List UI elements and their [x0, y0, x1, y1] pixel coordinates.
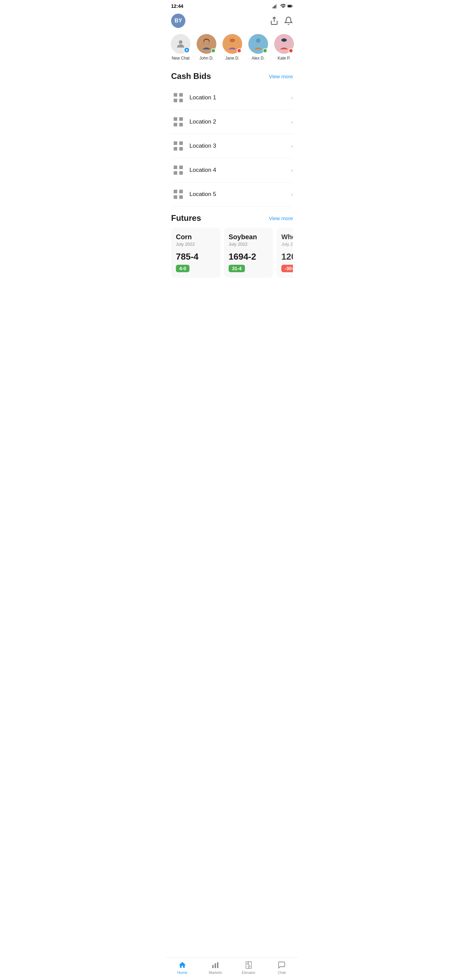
contact-john[interactable]: John D. — [194, 34, 219, 60]
new-chat-label: New Chat — [172, 56, 190, 60]
svg-rect-25 — [179, 118, 183, 121]
john-status-dot — [211, 48, 216, 53]
john-label: John D. — [199, 56, 213, 60]
kate-status-dot — [288, 48, 293, 53]
svg-rect-26 — [174, 123, 178, 127]
nav-markets-label: Markets — [209, 970, 222, 975]
location-4-item[interactable]: Location 4 › — [171, 158, 293, 182]
svg-point-12 — [204, 40, 209, 45]
futures-card-wheat[interactable]: Whea... July 2022... 1200- -30-6 — [276, 228, 293, 278]
kate-label: Kate P. — [278, 56, 291, 60]
corn-price: 785-4 — [176, 251, 216, 262]
svg-rect-29 — [179, 142, 183, 145]
markets-icon — [211, 961, 220, 969]
soybean-change-badge: 31-4 — [229, 265, 245, 272]
wheat-commodity: Whea... — [281, 233, 293, 241]
wheat-price: 1200- — [281, 251, 293, 262]
plus-icon: + — [184, 47, 190, 53]
futures-title: Futures — [171, 213, 201, 223]
svg-rect-42 — [217, 962, 218, 968]
location-2-item[interactable]: Location 2 › — [171, 110, 293, 134]
header: BY — [166, 11, 298, 31]
svg-rect-30 — [174, 147, 178, 151]
nav-markets[interactable]: Markets — [205, 961, 226, 975]
header-icons — [270, 16, 293, 25]
contact-kate[interactable]: Kate P. — [271, 34, 297, 60]
svg-rect-31 — [179, 147, 183, 151]
svg-rect-27 — [179, 123, 183, 127]
alex-status-dot — [262, 48, 267, 53]
contact-alex[interactable]: Alex D. — [245, 34, 271, 60]
svg-rect-35 — [179, 171, 183, 175]
cash-bids-view-more[interactable]: View more — [269, 73, 293, 79]
location-1-item[interactable]: Location 1 › — [171, 86, 293, 110]
soybean-price: 1694-2 — [229, 251, 269, 262]
cash-bids-title: Cash Bids — [171, 72, 211, 81]
nav-elevator[interactable]: Elevator — [238, 961, 259, 975]
contact-new-chat[interactable]: + New Chat — [168, 34, 194, 60]
building-icon-1 — [171, 91, 185, 105]
chevron-right-icon-4: › — [291, 167, 293, 174]
location-5-name: Location 5 — [189, 191, 216, 198]
futures-card-corn[interactable]: Corn July 2022 785-4 4-0 — [171, 228, 221, 278]
location-2-name: Location 2 — [189, 118, 216, 125]
nav-home-label: Home — [177, 970, 187, 975]
svg-rect-5 — [288, 5, 291, 7]
nav-chat-label: Chat — [278, 970, 286, 975]
nav-elevator-label: Elevator — [242, 970, 256, 975]
wheat-month: July 2022... — [281, 242, 293, 247]
contacts-row: + New Chat John D. — [166, 31, 298, 66]
svg-rect-38 — [174, 195, 178, 199]
location-4-name: Location 4 — [189, 167, 216, 173]
nav-home[interactable]: Home — [172, 961, 193, 975]
svg-rect-39 — [179, 195, 183, 199]
jane-label: Jane D. — [225, 56, 239, 60]
svg-point-7 — [179, 40, 183, 44]
alex-label: Alex D. — [252, 56, 265, 60]
svg-rect-41 — [215, 963, 216, 968]
location-5-item[interactable]: Location 5 › — [171, 182, 293, 207]
svg-rect-3 — [276, 4, 277, 8]
user-avatar[interactable]: BY — [171, 14, 185, 28]
building-icon-4 — [171, 163, 185, 177]
svg-rect-2 — [275, 5, 275, 8]
cash-bids-header: Cash Bids View more — [171, 72, 293, 81]
battery-icon — [288, 3, 293, 9]
corn-change-badge: 4-0 — [176, 265, 189, 272]
svg-rect-28 — [174, 142, 178, 145]
svg-rect-32 — [174, 166, 178, 169]
wifi-icon — [280, 3, 285, 9]
chat-icon — [277, 961, 286, 969]
location-list: Location 1 › Location 2 › — [166, 86, 298, 207]
signal-icon — [272, 3, 278, 9]
building-icon-3 — [171, 139, 185, 153]
svg-rect-21 — [179, 93, 183, 97]
share-icon[interactable] — [270, 16, 279, 25]
soybean-month: July 2022 — [229, 242, 269, 247]
svg-rect-24 — [174, 118, 178, 121]
futures-section: Futures View more Corn July 2022 785-4 4… — [166, 207, 298, 282]
bell-icon[interactable] — [284, 16, 293, 25]
corn-month: July 2022 — [176, 242, 216, 247]
wheat-change-badge: -30-6 — [281, 265, 293, 272]
svg-rect-36 — [174, 190, 178, 194]
chevron-right-icon-1: › — [291, 94, 293, 102]
chevron-right-icon-3: › — [291, 143, 293, 150]
svg-rect-37 — [179, 190, 183, 194]
status-time: 12:44 — [171, 3, 183, 9]
corn-commodity: Corn — [176, 233, 216, 241]
svg-rect-1 — [274, 6, 275, 8]
status-icons — [272, 3, 293, 9]
svg-rect-23 — [179, 99, 183, 102]
svg-point-17 — [256, 38, 261, 43]
location-3-item[interactable]: Location 3 › — [171, 134, 293, 158]
futures-view-more[interactable]: View more — [269, 215, 293, 221]
futures-card-soybean[interactable]: Soybean July 2022 1694-2 31-4 — [224, 228, 273, 278]
contact-jane[interactable]: Jane D. — [219, 34, 245, 60]
nav-chat[interactable]: Chat — [271, 961, 292, 975]
svg-rect-0 — [273, 7, 273, 8]
chevron-right-icon-2: › — [291, 118, 293, 126]
chevron-right-icon-5: › — [291, 191, 293, 198]
status-bar: 12:44 — [166, 0, 298, 11]
building-icon-2 — [171, 115, 185, 129]
